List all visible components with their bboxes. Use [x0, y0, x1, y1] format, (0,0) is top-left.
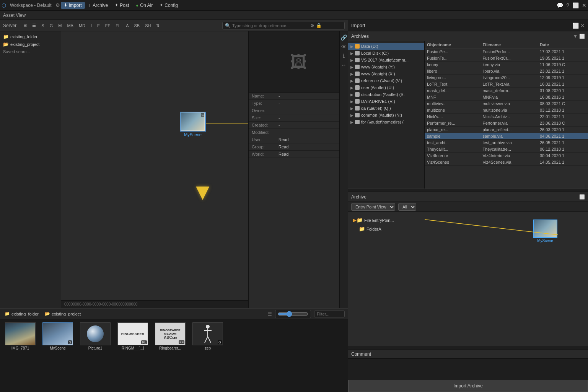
filter-sort[interactable]: ⇅ — [155, 22, 161, 29]
tree-item-reference[interactable]: ▶ reference (\\fsaut) (V:) — [348, 77, 424, 84]
eye-icon[interactable]: 👁 — [341, 44, 347, 50]
tree-item-www-y[interactable]: ▶ www (\\qatgh) (Y:) — [348, 63, 424, 70]
close-import-icon[interactable]: ✕ — [580, 23, 585, 29]
tab-post[interactable]: ✦ Post — [112, 2, 132, 9]
filter-m[interactable]: M — [57, 23, 63, 29]
archive-scrollbar[interactable] — [348, 346, 588, 349]
archive-node-entrypoint[interactable]: ▶📁 File EntryPoin... — [351, 216, 396, 224]
list-item[interactable]: RINGBEARERMEDIUM ABC₁₂₃ FF Ringbearer... — [153, 322, 187, 350]
entry-point-dropdown[interactable]: Entry Point View — [351, 203, 395, 211]
tab-archive[interactable]: T Archive — [86, 2, 111, 9]
move-icon[interactable]: ↔ — [341, 62, 347, 68]
bottom-folder[interactable]: 📁 existing_folder — [3, 311, 40, 316]
tree-item-qa[interactable]: ▶ qa (\\autlet) (Q:) — [348, 105, 424, 112]
filter-md[interactable]: MD — [77, 23, 87, 29]
list-item[interactable]: G zeb — [191, 322, 225, 350]
archives-maximize-icon[interactable]: ⬜ — [579, 34, 585, 39]
sidebar-item-project[interactable]: 📂 existing_project — [0, 41, 61, 48]
cell-filename: FusionPerfor... — [480, 49, 538, 55]
sidebar-item-folder[interactable]: 📁 existing_folder — [0, 33, 61, 41]
help-icon[interactable]: ? — [566, 2, 569, 8]
tree-item-vs2017[interactable]: ▶ VS 2017 (\\autlet\comm... — [348, 57, 424, 63]
canvas-asset-thumb[interactable]: S MyScene — [180, 112, 206, 137]
search-bar[interactable]: 🔍 ⚙ 🔒 — [222, 22, 345, 29]
list-icon[interactable]: ☰ — [31, 22, 37, 29]
tree-item-datadrive[interactable]: ▶ DATADRIVE1 (R:) — [348, 98, 424, 105]
list-item[interactable]: RINGBEARER FL RINGM__[...] — [116, 322, 150, 350]
all-dropdown[interactable]: All — [398, 203, 416, 211]
filter-ma[interactable]: MA — [65, 23, 75, 29]
table-row[interactable]: Theycallit... Theycallitatre... 06.12.20… — [425, 146, 588, 153]
zoom-slider[interactable] — [278, 311, 308, 317]
tree-item-common[interactable]: ▶ common (\\autlet) (N:) — [348, 112, 424, 119]
tab-on-air[interactable]: ● On Air — [133, 2, 156, 9]
tree-item-www-x[interactable]: ▶ www (\\qatgh) (X:) — [348, 70, 424, 77]
table-row[interactable]: planar_re... planar_reflect... 26.03.202… — [425, 127, 588, 133]
list-item[interactable]: S MyScene — [41, 322, 75, 350]
table-row[interactable]: kenny kenny.via 11.06.2019 C — [425, 62, 588, 68]
tab-config[interactable]: ✦ Config — [156, 2, 181, 9]
close-icon[interactable]: ✕ — [582, 2, 586, 8]
import-archive-button[interactable]: Import Archive — [348, 380, 588, 392]
prop-row-name: Name: - — [249, 93, 348, 100]
filter-a[interactable]: A — [124, 23, 130, 29]
col-date[interactable]: Date — [538, 41, 588, 49]
chat-icon[interactable]: 💬 — [557, 2, 563, 8]
table-row[interactable]: libero libero.via 23.02.2021 1 — [425, 68, 588, 75]
filter-input[interactable] — [314, 311, 345, 317]
bottom-project[interactable]: 📂 existing_project — [43, 311, 82, 316]
tree-item-distribution[interactable]: ▶ distribution (\\autlet) (S: — [348, 91, 424, 98]
table-row[interactable]: Viz4Interior Viz4Interior.via 30.04.2020… — [425, 153, 588, 159]
filter-sh[interactable]: SH — [143, 23, 152, 29]
filter-ff[interactable]: FF — [104, 23, 112, 29]
archives-dropdown-icon[interactable]: ▼ — [573, 34, 578, 39]
table-row[interactable]: test_archi... test_archive.via 26.05.202… — [425, 140, 588, 146]
table-row[interactable]: multizone multizone.via 03.12.2018 1 — [425, 107, 588, 114]
table-row[interactable]: Viz4Scenes Viz4Scenes.via 14.05.2021 1 — [425, 159, 588, 166]
cell-objectname: Viz4Interior — [425, 153, 480, 159]
info-icon[interactable]: ℹ — [343, 53, 345, 59]
list-item[interactable]: IMG_7871 — [3, 322, 37, 350]
col-objectname[interactable]: Objectname — [425, 41, 480, 49]
tree-icon[interactable]: ⊞ — [22, 22, 28, 29]
archive-thumb-container[interactable]: MyScene — [533, 220, 557, 243]
filter-sb[interactable]: SB — [132, 23, 141, 29]
table-row[interactable]: multiviev... multiviewer.via 08.03.2021 … — [425, 101, 588, 107]
filter-fl[interactable]: FL — [114, 23, 122, 29]
link-icon[interactable]: 🔗 — [340, 34, 347, 41]
table-row[interactable]: Nick's-... Nick's-Archiv... 22.01.2021 1 — [425, 114, 588, 120]
post-star-icon: ✦ — [115, 3, 118, 8]
filter-i[interactable]: I — [89, 23, 93, 29]
table-row[interactable]: LoTR_Text LoTR_Text.via 16.02.2021 1 — [425, 81, 588, 88]
tree-item-fbr[interactable]: ▶ fbr (\\autlet\homedirs) ( — [348, 119, 424, 125]
expand-arrow: ▶ — [350, 58, 353, 62]
search-lock-icon[interactable]: 🔒 — [316, 23, 322, 28]
tab-import[interactable]: ⬇ Import — [61, 2, 85, 9]
table-row[interactable]: livingroo... livingroom20... 12.09.2019 … — [425, 75, 588, 81]
list-item[interactable]: Picture1 — [78, 322, 112, 350]
search-input[interactable] — [232, 23, 309, 28]
asset-label: Picture1 — [88, 346, 103, 350]
fullscreen-icon[interactable]: ⬜ — [572, 2, 579, 8]
table-row[interactable]: Performer_re... Performer.via 23.06.2018… — [425, 120, 588, 127]
tree-item-local-c[interactable]: ▶ Local Disk (C:) — [348, 50, 424, 57]
filter-s[interactable]: S — [40, 23, 46, 29]
settings-cog-icon[interactable]: ⚙ — [55, 2, 60, 8]
table-row[interactable]: sample sample.via 04.06.2021 1 — [425, 133, 588, 140]
table-row[interactable]: MNF MNF.via 16.08.2016 1 — [425, 94, 588, 101]
col-filename[interactable]: Filename — [480, 41, 538, 49]
filter-g[interactable]: G — [48, 23, 55, 29]
archive-maximize-icon[interactable]: ⬜ — [579, 194, 585, 200]
tree-item-user[interactable]: ▶ user (\\autlet) (U:) — [348, 84, 424, 91]
archive-node-foldera[interactable]: 📁 FolderA — [357, 225, 396, 233]
tree-item-data-d[interactable]: ▶ Data (D:) — [348, 43, 424, 50]
search-settings-icon[interactable]: ⚙ — [310, 23, 314, 28]
archives-scrollbar[interactable] — [348, 189, 588, 192]
resize-icon[interactable]: ⬜ — [572, 23, 579, 29]
table-row[interactable]: FusionTe... FusionTextCr... 19.05.2021 1 — [425, 55, 588, 62]
table-row[interactable]: FusionPe... FusionPerfor... 17.02.2021 1 — [425, 49, 588, 55]
filter-f[interactable]: F — [96, 23, 101, 29]
list-view-icon[interactable]: ☰ — [268, 311, 272, 317]
sidebar-folder-label: existing_folder — [10, 34, 37, 39]
table-row[interactable]: mask_def... mask_deform... 31.08.2020 1 — [425, 88, 588, 94]
